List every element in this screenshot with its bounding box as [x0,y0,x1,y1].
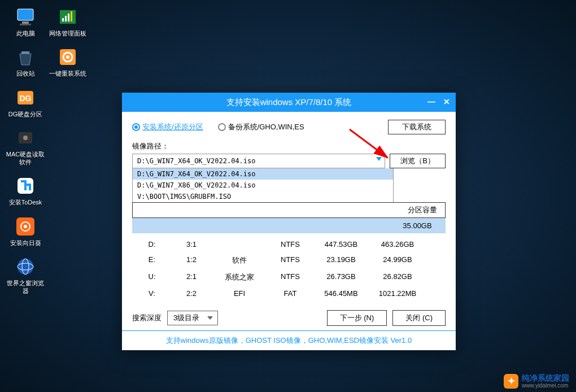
cell-total: 447.53GB [313,240,369,249]
titlebar[interactable]: 支持安装windows XP/7/8/10 系统 — ✕ [122,93,456,112]
watermark-logo-icon: ✦ [504,374,518,389]
search-depth-label: 搜索深度 [132,313,162,323]
netpanel-icon [56,6,79,28]
table-row[interactable]: U:2:1系统之家NTFS26.73GB26.82GB [132,269,446,286]
desktop-icon-browser[interactable]: 世界之窗浏览器 [6,255,45,295]
col-header-free: 分区容量 [400,203,445,217]
cell-volume: 系统之家 [211,272,268,282]
svg-rect-18 [68,14,69,21]
reinstall-icon [56,46,79,68]
dropdown-arrow-icon[interactable] [376,157,382,161]
svg-rect-2 [20,24,31,25]
svg-rect-0 [18,9,33,20]
window-title: 支持安装windows XP/7/8/10 系统 [226,97,352,108]
svg-rect-17 [65,16,67,21]
cell-free: 26.82GB [369,272,426,282]
radio-unchecked-icon [218,123,226,131]
dropdown-item[interactable]: D:\G_WIN7_X64_OK_V2022.04.iso [133,168,393,180]
desktop-icon-pc[interactable]: 此电脑 [6,6,45,37]
svg-point-22 [66,55,69,59]
cell-seq: 2:2 [172,289,211,298]
cell-volume [211,240,268,249]
cell-fs: NTFS [268,272,313,282]
desktop-icon-todesk[interactable]: 安装ToDesk [6,175,45,206]
mac-icon [14,127,37,149]
svg-text:DG: DG [20,94,32,103]
table-row[interactable]: V:2:2EFIFAT546.45MB1021.22MB [132,286,446,301]
svg-point-12 [18,259,33,275]
pc-icon [14,6,37,28]
cell-total: 26.73GB [313,272,369,282]
search-depth-select[interactable]: 3级目录 [167,311,218,325]
installer-window: 支持安装windows XP/7/8/10 系统 — ✕ 安装系统/还原分区 备… [122,93,456,350]
cell-drive: U: [132,272,172,282]
next-button[interactable]: 下一步 (N) [327,310,387,326]
minimize-button[interactable]: — [427,97,435,106]
browse-button[interactable]: 浏览（B） [390,154,446,168]
cell-free: 1021.22MB [369,289,426,298]
cell-free: 35.00GB [389,221,446,230]
desktop-icon-netpanel[interactable]: 网络管理面板 [48,6,88,37]
table-row[interactable]: D:3:1NTFS447.53GB463.26GB [132,237,446,252]
radio-backup[interactable]: 备份系统/GHO,WIN,ES [218,122,304,132]
cell-seq: 1:2 [172,255,211,265]
desktop-icon-dg[interactable]: DGDG硬盘分区 [6,86,45,118]
cell-volume: 软件 [211,255,268,265]
cell-fs: FAT [268,289,313,298]
todesk-icon [14,175,37,197]
cell-seq: 3:1 [172,240,211,249]
cell-volume: EFI [211,289,268,298]
image-path-input[interactable] [132,154,385,168]
dropdown-item[interactable]: D:\G_WIN7_X86_OK_V2022.04.iso [133,180,393,191]
image-path-dropdown: D:\G_WIN7_X64_OK_V2022.04.iso D:\G_WIN7_… [132,168,394,203]
sunflower-icon [14,215,37,238]
dg-icon: DG [14,86,37,109]
svg-rect-16 [62,18,64,21]
footer-text: 支持windows原版镜像，GHOST ISO镜像，GHO,WIM,ESD镜像安… [122,330,456,350]
cell-drive: V: [132,289,172,298]
svg-rect-19 [71,11,72,21]
svg-rect-3 [21,51,29,54]
close-button[interactable]: 关闭 (C) [392,310,446,326]
radio-install-restore[interactable]: 安装系统/还原分区 [132,122,203,132]
cell-drive: E: [132,255,172,265]
cell-seq: 2:1 [172,272,211,282]
table-row[interactable]: E:1:2软件NTFS23.19GB24.99GB [132,252,446,269]
cell-fs: NTFS [268,240,313,249]
cell-total: 23.19GB [313,255,369,265]
cell-free: 463.26GB [369,240,426,249]
desktop-icon-reinstall[interactable]: 一键重装系统 [48,46,88,77]
cell-free: 24.99GB [369,255,426,265]
desktop-icon-recycle[interactable]: 回收站 [6,46,45,77]
image-path-label: 镜像路径： [132,141,446,151]
recycle-icon [14,46,37,68]
radio-checked-icon [132,123,140,131]
desktop-icon-mac[interactable]: MAC硬盘读取软件 [6,127,45,167]
svg-rect-1 [22,21,29,24]
cell-drive: D: [132,240,172,249]
watermark: ✦ 纯净系统家园 www.yidaimei.com [504,374,569,389]
dropdown-item[interactable]: V:\BOOT\IMGS\GRUBFM.ISO [133,191,393,202]
browser-icon [14,255,37,278]
partition-table: D:3:1NTFS447.53GB463.26GBE:1:2软件NTFS23.1… [132,237,446,301]
cell-fs: NTFS [268,255,313,265]
download-system-button[interactable]: 下载系统 [388,120,446,134]
desktop-icon-sunflower[interactable]: 安装向日葵 [6,215,45,247]
close-window-button[interactable]: ✕ [443,97,450,106]
cell-total: 546.45MB [313,289,369,298]
svg-point-7 [23,136,28,140]
svg-point-11 [24,225,27,228]
